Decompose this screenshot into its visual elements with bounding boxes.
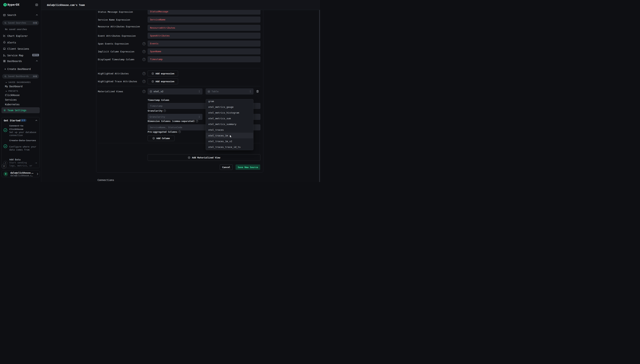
- scrollbar[interactable]: [319, 10, 320, 182]
- presets-group-label[interactable]: PRESETS: [9, 90, 18, 92]
- saved-dashboards-placeholder: Saved Dashboards: [8, 75, 33, 78]
- saved-searches-input[interactable]: Saved Searches ⌘ K: [2, 20, 39, 25]
- user-menu[interactable]: D dale@clickhouse.… dale@clickhouse.c…: [2, 170, 40, 177]
- chevron-down-icon[interactable]: [5, 90, 7, 92]
- task-add-data[interactable]: Add Data: [9, 158, 38, 161]
- dropdown-option[interactable]: otel_traces_trace_id_ts: [206, 144, 253, 150]
- search-icon: [4, 75, 7, 78]
- sidebar-collapse-icon[interactable]: [35, 4, 38, 6]
- search-section-icon: [3, 14, 6, 16]
- chevron-right-icon: [37, 173, 38, 175]
- alerts-bell-icon: [3, 41, 6, 44]
- main-header: dale@clickhouse.com's Team: [41, 0, 320, 10]
- dropdown-option[interactable]: otel_traces_1m_v2: [206, 138, 253, 144]
- chevron-up-icon[interactable]: [35, 120, 38, 122]
- arrow-right-icon[interactable]: →: [35, 162, 37, 164]
- user-email: dale@clickhouse.c…: [10, 174, 33, 177]
- sidebar-item-service-map[interactable]: Service Map: [7, 54, 23, 57]
- avatar: D: [4, 172, 8, 176]
- no-saved-searches-text: No saved searches: [5, 28, 27, 30]
- beta-badge: BETA: [32, 54, 39, 56]
- progress-badge: 2/3: [20, 119, 27, 122]
- team-settings-label: Team Settings: [8, 109, 27, 112]
- mouse-cursor: [229, 134, 232, 138]
- dropdown-option[interactable]: otel_metrics_sum: [206, 116, 253, 121]
- sidebar-item-chart-explorer[interactable]: Chart Explorer: [7, 34, 28, 37]
- hyperdx-logo-icon: [3, 3, 7, 7]
- sidebar-item-team-settings[interactable]: Team Settings: [2, 107, 40, 113]
- brand-name: HyperDX: [8, 3, 20, 6]
- dropdown-option[interactable]: otel_metrics_histogram: [206, 110, 253, 116]
- shortcut-badge: ⌘ K: [33, 75, 38, 78]
- page-title: dale@clickhouse.com's Team: [47, 4, 85, 6]
- sidebar-item-search[interactable]: Search: [7, 14, 16, 16]
- main-content: Status Message Expression Service Name E…: [41, 0, 320, 182]
- check-circle-icon: [4, 128, 7, 132]
- sidebar: HyperDX Search Saved Searches ⌘ K No sav…: [0, 0, 41, 182]
- task-connect-clickhouse-subtitle: Set up your database connection: [9, 131, 38, 137]
- dropdown-option[interactable]: otel_traces: [206, 127, 253, 133]
- dropdown-option[interactable]: otel_metrics_summary: [206, 121, 253, 127]
- chart-explorer-icon: [3, 34, 6, 37]
- sidebar-item-my-dashboard[interactable]: My Dashboard: [5, 85, 23, 88]
- gear-icon: [3, 109, 6, 112]
- get-started-card: Get Started 2/3 Connect to ClickHouse Se…: [2, 117, 40, 168]
- sidebar-item-dashboards[interactable]: Dashboards: [7, 60, 22, 62]
- chevron-up-icon[interactable]: [36, 60, 38, 62]
- client-sessions-icon: [3, 48, 6, 50]
- check-circle-icon: [4, 144, 7, 148]
- saved-dashboards-input[interactable]: Saved Dashboards ⌘ K: [2, 74, 39, 79]
- sidebar-item-client-sessions[interactable]: Client Sessions: [7, 48, 29, 50]
- service-map-icon: [3, 54, 6, 57]
- get-started-title: Get Started: [4, 119, 21, 122]
- chevron-up-icon[interactable]: [36, 14, 38, 16]
- search-icon: [4, 22, 7, 24]
- saved-searches-placeholder: Saved Searches: [8, 22, 33, 24]
- saved-dashboards-group-label[interactable]: SAVED DASHBOARDS: [9, 81, 31, 84]
- sidebar-item-alerts[interactable]: Alerts: [7, 41, 16, 44]
- task-create-data-sources[interactable]: Create Data Sources: [9, 139, 38, 142]
- dropdown-option[interactable]: otel_metrics_gauge: [206, 104, 253, 110]
- user-name: dale@clickhouse.…: [10, 172, 33, 174]
- table-select-dropdown: gram otel_metrics_gauge otel_metrics_his…: [206, 99, 253, 150]
- sidebar-item-kubernetes[interactable]: Kubernetes: [5, 103, 20, 106]
- help-button[interactable]: ?: [2, 164, 7, 169]
- task-create-data-sources-subtitle: Configure where your data comes from: [9, 145, 38, 151]
- chevron-down-icon[interactable]: [5, 82, 7, 83]
- sidebar-item-clickhouse[interactable]: ClickHouse: [5, 94, 20, 96]
- sidebar-item-services[interactable]: Services: [5, 98, 17, 101]
- connections-section-title: Connections: [98, 178, 114, 182]
- task-connect-clickhouse[interactable]: Connect to ClickHouse: [9, 124, 38, 131]
- dropdown-option[interactable]: gram: [206, 99, 253, 104]
- shortcut-badge: ⌘ K: [33, 22, 38, 24]
- hyperdx-app: HyperDX Search Saved Searches ⌘ K No sav…: [0, 0, 320, 182]
- create-dashboard-button[interactable]: + Create Dashboard: [5, 68, 31, 70]
- task-add-data-subtitle: Start sending logs, metrics, or traces: [9, 161, 34, 168]
- dashboards-icon: [3, 60, 6, 62]
